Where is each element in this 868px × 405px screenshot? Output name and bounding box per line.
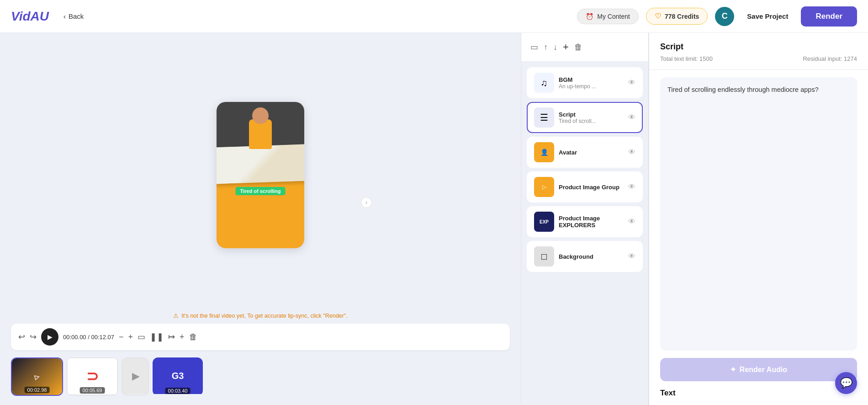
chat-bubble-button[interactable]: 💬	[835, 372, 857, 394]
clip-time-1: 00:02.98	[25, 387, 50, 393]
clip-thumb-4[interactable]: G3 00:03.40	[153, 357, 203, 396]
layer-explorers-visibility[interactable]: 👁	[628, 218, 635, 226]
back-chevron-icon: ‹	[64, 12, 66, 20]
sparkle-icon: ✦	[730, 365, 736, 374]
move-up-button[interactable]: ↑	[544, 43, 548, 52]
time-total: 00:12.07	[91, 334, 114, 341]
layer-bgm-label: BGM An up-tempo ...	[559, 76, 624, 90]
time-display: 00:00.00 / 00:12.07	[63, 334, 114, 341]
layer-bgm-name: BGM	[559, 76, 624, 83]
render-audio-button[interactable]: ✦ Render Audio	[660, 358, 857, 381]
layer-explorers-label: Product Image EXPLORERS	[559, 215, 624, 229]
credits-label: 778 Credits	[665, 13, 699, 20]
layer-script-visibility[interactable]: 👁	[628, 113, 635, 122]
play-button[interactable]: ▶	[41, 328, 58, 346]
frame-button[interactable]: ▭	[138, 332, 145, 342]
layer-avatar-name: Avatar	[559, 149, 624, 156]
layer-product-group-label: Product Image Group	[559, 184, 624, 191]
background-icon: □	[541, 251, 547, 262]
layer-background-label: Background	[559, 253, 624, 260]
user-avatar[interactable]: C	[715, 7, 734, 26]
credits-button[interactable]: ♡ 778 Credits	[646, 8, 708, 25]
copy-layer-button[interactable]: ▭	[530, 42, 538, 52]
avatar-head	[252, 107, 269, 124]
avatar-figure	[244, 107, 276, 149]
back-button[interactable]: ‹ Back	[64, 12, 84, 20]
layer-background[interactable]: □ Background 👁	[527, 241, 643, 272]
script-panel-meta: Total text limit: 1500 Residual input: 1…	[660, 55, 857, 62]
layer-explorers-thumb: EXP	[534, 212, 554, 232]
my-content-button[interactable]: ⏰ My Content	[577, 9, 639, 24]
redo-button[interactable]: ↪	[30, 332, 37, 342]
layer-background-visibility[interactable]: 👁	[628, 252, 635, 261]
explorers-icon: EXP	[540, 219, 549, 224]
render-audio-label: Render Audio	[740, 366, 787, 374]
layer-bgm[interactable]: ♫ BGM An up-tempo ... 👁	[527, 67, 643, 98]
clip-thumb-3[interactable]: ▶	[122, 357, 149, 396]
layer-bgm-thumb: ♫	[534, 73, 554, 93]
warning-text: It's not the final video yet, To get acc…	[181, 313, 347, 319]
script-icon: ☰	[540, 112, 548, 123]
music-icon: ♫	[541, 78, 548, 88]
script-panel-header: Script Total text limit: 1500 Residual i…	[649, 33, 868, 70]
avatar-icon: 👤	[540, 149, 548, 156]
render-label: Render	[815, 12, 842, 21]
layer-script[interactable]: ☰ Script Tired of scroll... 👁	[527, 102, 643, 133]
clip-time-2: 00:05.69	[80, 387, 105, 394]
video-preview: Tired of scrolling	[217, 102, 304, 248]
move-down-button[interactable]: ↓	[553, 43, 557, 52]
layer-explorers[interactable]: EXP Product Image EXPLORERS 👁	[527, 206, 643, 237]
layer-product-group[interactable]: ▷ Product Image Group 👁	[527, 171, 643, 202]
layer-bgm-visibility[interactable]: 👁	[628, 79, 635, 87]
script-panel: Script Total text limit: 1500 Residual i…	[649, 33, 868, 405]
preview-area: Tired of scrolling	[11, 42, 510, 308]
page-curl	[217, 144, 304, 184]
panel-collapse-arrow[interactable]: ›	[361, 197, 372, 208]
extend-button[interactable]: ↦	[168, 332, 175, 342]
back-label: Back	[69, 12, 84, 20]
layer-bgm-sub: An up-tempo ...	[559, 83, 624, 90]
script-panel-title: Script	[660, 42, 857, 52]
script-textarea[interactable]	[660, 77, 857, 351]
zoom-out-button[interactable]: −	[119, 332, 124, 342]
add-layer-button[interactable]: +	[563, 41, 569, 53]
layer-script-sub: Tired of scroll...	[559, 118, 624, 124]
time-current: 00:00.00	[63, 334, 86, 341]
render-button[interactable]: Render	[801, 6, 857, 27]
undo-button[interactable]: ↩	[18, 332, 25, 342]
layer-script-label: Script Tired of scroll...	[559, 111, 624, 124]
delete-clip-button[interactable]: 🗑	[189, 332, 197, 342]
layer-script-thumb: ☰	[534, 107, 554, 128]
warning-icon: ⚠	[173, 312, 179, 319]
my-content-label: My Content	[597, 13, 630, 20]
layers-panel: ▭ ↑ ↓ + 🗑 › ♫ BGM An up-tempo ... 👁	[521, 33, 649, 405]
clip-thumb-1[interactable]: ▷ 00:02.98	[11, 357, 63, 396]
layer-avatar[interactable]: 👤 Avatar 👁	[527, 137, 643, 168]
user-initial: C	[722, 11, 728, 21]
layer-avatar-visibility[interactable]: 👁	[628, 148, 635, 156]
zoom-in-button[interactable]: +	[128, 332, 133, 342]
residual-label: Residual input: 1274	[803, 55, 857, 62]
timeline-controls: ↩ ↪ ▶ 00:00.00 / 00:12.07 − + ▭ ❚❚ ↦ + 🗑	[11, 324, 510, 350]
clip-thumb-2[interactable]: ⊃ 00:05.69	[67, 357, 118, 396]
add-clip-button[interactable]: +	[180, 332, 185, 342]
layer-product-group-name: Product Image Group	[559, 184, 624, 191]
save-project-label: Save Project	[747, 12, 788, 20]
main-content: Tired of scrolling ⚠ It's not the final …	[0, 33, 868, 405]
layer-avatar-thumb: 👤	[534, 142, 554, 162]
chat-icon: 💬	[840, 377, 852, 389]
layer-background-name: Background	[559, 253, 624, 260]
delete-layer-button[interactable]: 🗑	[574, 43, 582, 52]
script-banner: Tired of scrolling	[235, 187, 285, 195]
layer-product-group-visibility[interactable]: 👁	[628, 183, 635, 191]
play-icon: ▶	[48, 333, 53, 341]
logo: VidAU	[11, 9, 49, 24]
layer-explorers-name: Product Image EXPLORERS	[559, 215, 624, 229]
layer-script-name: Script	[559, 111, 624, 118]
topbar: VidAU ‹ Back ⏰ My Content ♡ 778 Credits …	[0, 0, 868, 33]
text-section-label: Text	[649, 389, 868, 405]
save-project-button[interactable]: Save Project	[741, 9, 794, 24]
split-button[interactable]: ❚❚	[150, 332, 164, 342]
product-group-icon: ▷	[542, 184, 546, 190]
timeline-strip: ▷ 00:02.98 ⊃ 00:05.69 ▶ G3 00:03.40	[11, 356, 510, 398]
